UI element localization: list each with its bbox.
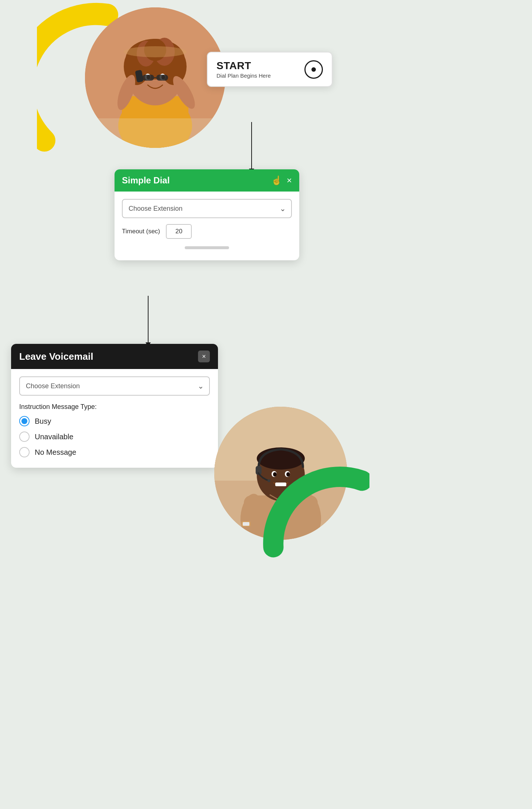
start-card-content: START Dial Plan Begins Here <box>216 60 271 79</box>
scrollbar-handle <box>185 246 229 249</box>
voicemail-card: Leave Voicemail × Choose Extension ⌄ Ins… <box>11 344 218 468</box>
voicemail-close-icon: × <box>202 353 206 361</box>
woman-photo <box>85 7 225 148</box>
timeout-row: Timeout (sec) <box>122 224 292 239</box>
simple-dial-header-icons: ☝ × <box>271 175 292 186</box>
simple-dial-title: Simple Dial <box>122 175 170 186</box>
timeout-label: Timeout (sec) <box>122 228 160 235</box>
start-icon <box>304 60 323 79</box>
radio-no-message-circle[interactable] <box>19 447 30 457</box>
radio-busy[interactable]: Busy <box>19 416 210 426</box>
svg-point-11 <box>124 46 187 57</box>
radio-group: Busy Unavailable No Message <box>19 416 210 457</box>
start-card: START Dial Plan Begins Here <box>207 52 332 87</box>
simple-dial-card: Simple Dial ☝ × Choose Extension ⌄ Timeo… <box>115 169 299 260</box>
extension-select-wrapper: Choose Extension ⌄ <box>122 199 292 218</box>
svg-rect-20 <box>156 75 168 81</box>
arrow-start-to-dial <box>251 122 252 170</box>
radio-no-message-label: No Message <box>35 448 76 457</box>
arrow-dial-to-voicemail <box>148 296 149 344</box>
radio-busy-inner <box>21 418 27 424</box>
radio-busy-label: Busy <box>35 417 51 426</box>
voicemail-close-button[interactable]: × <box>198 351 210 362</box>
drag-handle-icon[interactable]: ☝ <box>271 175 282 186</box>
radio-unavailable[interactable]: Unavailable <box>19 431 210 442</box>
voicemail-extension-select[interactable]: Choose Extension <box>19 376 210 396</box>
voicemail-body: Choose Extension ⌄ Instruction Message T… <box>11 369 218 468</box>
voicemail-extension-select-wrapper: Choose Extension ⌄ <box>19 376 210 396</box>
radio-unavailable-label: Unavailable <box>35 433 74 441</box>
simple-dial-body: Choose Extension ⌄ Timeout (sec) <box>115 192 299 260</box>
timeout-input[interactable] <box>166 224 192 239</box>
voicemail-title: Leave Voicemail <box>19 351 93 362</box>
svg-rect-19 <box>142 75 154 81</box>
radio-busy-circle[interactable] <box>19 416 30 426</box>
svg-rect-39 <box>243 522 249 526</box>
simple-dial-extension-select[interactable]: Choose Extension <box>122 199 292 218</box>
voicemail-header: Leave Voicemail × <box>11 344 218 369</box>
simple-dial-header: Simple Dial ☝ × <box>115 169 299 192</box>
radio-no-message[interactable]: No Message <box>19 447 210 457</box>
radio-unavailable-circle[interactable] <box>19 431 30 442</box>
start-dot <box>311 67 316 72</box>
green-arc-decoration <box>251 444 369 562</box>
start-title: START <box>216 60 271 72</box>
start-subtitle: Dial Plan Begins Here <box>216 72 271 79</box>
instruction-message-label: Instruction Message Type: <box>19 403 210 411</box>
simple-dial-close-button[interactable]: × <box>287 176 292 185</box>
main-scene: START Dial Plan Begins Here Simple Dial … <box>0 0 532 809</box>
